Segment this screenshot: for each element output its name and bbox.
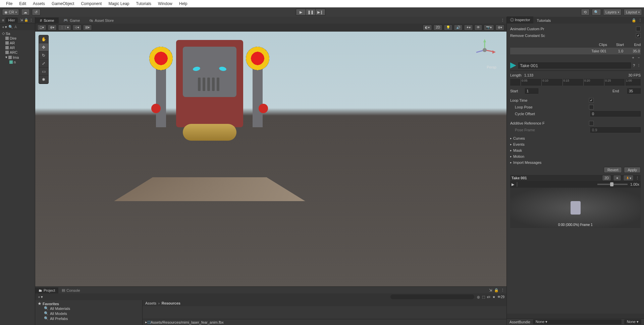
search-type-icon[interactable]: ⬚: [482, 295, 485, 299]
foldout-events[interactable]: Events: [510, 141, 641, 147]
clip-timeline[interactable]: 0:05 0:10 0:15 0:20 0:25 1:00: [510, 79, 641, 86]
loop-pose-checkbox[interactable]: [589, 105, 594, 109]
inspector-scrollbar[interactable]: [507, 314, 644, 318]
tab-scene[interactable]: #Scene: [35, 17, 59, 24]
pivot-mode-dropdown[interactable]: ◻▾: [37, 25, 46, 31]
preview-2d-toggle[interactable]: 2D: [602, 175, 611, 181]
perspective-label[interactable]: Persp: [487, 65, 496, 69]
menu-tutorials[interactable]: Tutorials: [133, 1, 155, 6]
hierarchy-collapse-icon[interactable]: ⇲: [20, 18, 23, 22]
cycle-offset-field[interactable]: [590, 111, 641, 117]
lighting-toggle[interactable]: 💡: [444, 25, 452, 31]
preview-menu-icon[interactable]: ⋮: [636, 176, 639, 180]
clip-name-field[interactable]: [518, 62, 631, 68]
breadcrumb-item[interactable]: Assets: [145, 301, 156, 305]
project-collapse-icon[interactable]: ⇲: [489, 288, 492, 292]
menu-help[interactable]: Help: [176, 1, 191, 6]
grid-snap-dropdown[interactable]: ⋮⋮▾: [58, 25, 71, 31]
hierarchy-item[interactable]: ▾Ima: [0, 55, 35, 60]
2d-toggle[interactable]: 2D: [433, 25, 442, 31]
hierarchy-item[interactable]: ARC: [0, 50, 35, 55]
account-dropdown[interactable]: ◉ CR: [2, 9, 19, 15]
clip-end-field[interactable]: [627, 88, 641, 94]
step-button[interactable]: ▶❙: [315, 9, 325, 15]
apply-button[interactable]: Apply: [624, 167, 641, 173]
preview-ik-toggle[interactable]: ✦: [613, 175, 621, 181]
tab-inspector[interactable]: ⓘ Inspector: [507, 16, 533, 24]
clip-row[interactable]: Take 001 1.0 35.0: [510, 48, 641, 54]
add-clip-button[interactable]: ＋: [631, 55, 635, 60]
cloud-button[interactable]: ☁: [21, 9, 30, 15]
transform-tool[interactable]: ✱: [39, 76, 48, 84]
hierarchy-menu-icon[interactable]: ⋮: [30, 18, 33, 22]
gizmos-dropdown[interactable]: ⊛▾: [495, 25, 504, 31]
menu-edit[interactable]: Edit: [16, 1, 30, 6]
hierarchy-add-dropdown[interactable]: ＋▾: [1, 25, 7, 30]
hierarchy-tab[interactable]: Hier: [5, 17, 17, 23]
undo-history-button[interactable]: ⟲: [581, 9, 590, 15]
prop-animated-custom-checkbox[interactable]: [636, 27, 641, 31]
favorites-item[interactable]: 🔍All Materials: [38, 306, 140, 311]
handle-rotation-dropdown[interactable]: ⊕▾: [48, 25, 57, 31]
audio-toggle[interactable]: 🔊: [454, 25, 463, 31]
loop-time-checkbox[interactable]: ✔: [589, 98, 594, 103]
breadcrumb-current[interactable]: Resources: [162, 301, 180, 305]
history-button[interactable]: ↺: [32, 9, 41, 15]
project-asset-grid[interactable]: [143, 306, 506, 319]
hierarchy-item[interactable]: AR: [0, 45, 35, 50]
favorites-header[interactable]: ★Favorites: [38, 301, 140, 306]
tab-project[interactable]: 🖿Project: [35, 287, 58, 293]
scale-tool[interactable]: ⤢: [39, 59, 48, 67]
tab-tutorials[interactable]: Tutorials: [533, 17, 554, 24]
layers-dropdown[interactable]: Layers: [603, 9, 622, 15]
assetbundle-variant-dropdown[interactable]: None ▾: [624, 319, 641, 324]
favorites-item[interactable]: 🔍All Prefabs: [38, 316, 140, 321]
preview-speed-slider[interactable]: [597, 184, 628, 185]
tab-console[interactable]: ▤Console: [58, 287, 83, 293]
pause-button[interactable]: ❚❚: [306, 9, 316, 15]
hierarchy-item[interactable]: AR: [0, 41, 35, 45]
remove-clip-button[interactable]: －: [637, 55, 641, 60]
hierarchy-item[interactable]: Dire: [0, 36, 35, 41]
search-filter-icon[interactable]: ◎: [477, 295, 480, 299]
assetbundle-dropdown[interactable]: None ▾: [533, 319, 622, 324]
hierarchy-search-icon[interactable]: 🔍: [8, 25, 13, 29]
clip-help-icon[interactable]: ?: [633, 63, 635, 67]
project-add-dropdown[interactable]: ＋▾: [37, 294, 43, 299]
preview-play-button[interactable]: ▶: [512, 182, 514, 187]
search-label-icon[interactable]: 🏷: [487, 295, 490, 299]
effects-dropdown[interactable]: ✦▾: [464, 25, 473, 31]
prop-remove-constant-checkbox[interactable]: ✔: [636, 33, 641, 38]
draw-mode-dropdown[interactable]: ◐▾: [423, 25, 432, 31]
hierarchy-scene[interactable]: ◇Sa: [0, 31, 35, 36]
scene-viewport[interactable]: ✋ ✥ ↻ ⤢ ▭ ✱ Persp: [35, 32, 506, 286]
search-favorite-icon[interactable]: ★: [492, 295, 495, 299]
search-button[interactable]: 🔍: [592, 9, 601, 15]
foldout-curves[interactable]: Curves: [510, 135, 641, 141]
move-tool[interactable]: ✥: [39, 43, 48, 51]
foldout-motion[interactable]: Motion: [510, 153, 641, 159]
center-tab-menu-icon[interactable]: ⋮: [499, 17, 506, 24]
tab-asset-store[interactable]: 🛍Asset Store: [85, 17, 118, 24]
hidden-count[interactable]: 👁29: [497, 295, 504, 299]
additive-ref-checkbox[interactable]: [589, 121, 594, 126]
clip-menu-icon[interactable]: ⋮: [637, 63, 641, 68]
menu-window[interactable]: Window: [155, 1, 176, 6]
project-menu-icon[interactable]: ⋮: [501, 288, 504, 292]
tab-game[interactable]: 🎮Game: [59, 17, 85, 24]
menu-gameobject[interactable]: GameObject: [48, 1, 77, 6]
pose-frame-field[interactable]: [590, 127, 641, 133]
snap-increment-dropdown[interactable]: ⊹▾: [72, 25, 82, 31]
preview-viewport[interactable]: 0:00 (000.0%) Frame 1: [510, 188, 641, 228]
clip-start-field[interactable]: [525, 88, 538, 94]
hierarchy-item[interactable]: n: [0, 60, 35, 64]
project-search-input[interactable]: [390, 294, 474, 299]
hidden-toggle[interactable]: 👁: [474, 25, 482, 31]
camera-dropdown[interactable]: 📷▾: [484, 25, 494, 31]
layout-dropdown[interactable]: Layout: [624, 9, 642, 15]
orientation-gizmo[interactable]: [473, 38, 496, 62]
rect-tool[interactable]: ▭: [39, 67, 48, 76]
foldout-import-messages[interactable]: Import Messages: [510, 159, 641, 166]
menu-assets[interactable]: Assets: [30, 1, 48, 6]
hierarchy-lock-icon[interactable]: 🔒: [24, 18, 28, 22]
